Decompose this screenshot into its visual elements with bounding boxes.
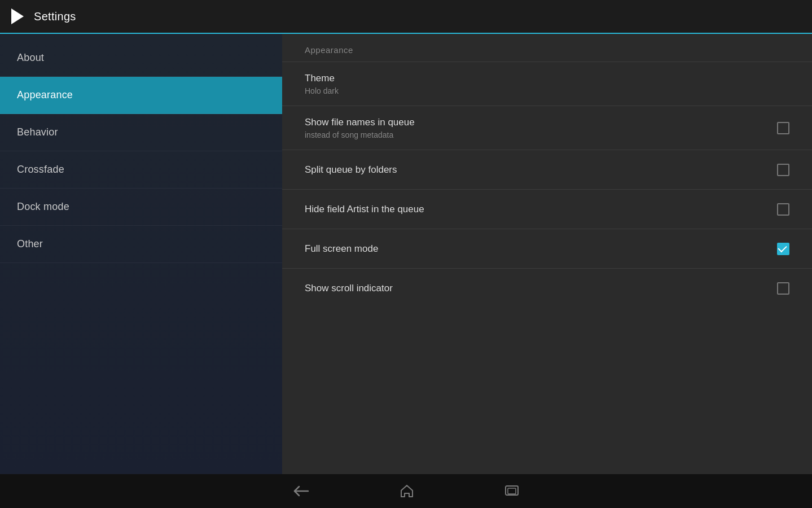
setting-row-show_file_names[interactable]: Show file names in queueinstead of song … <box>282 106 812 150</box>
svg-rect-1 <box>508 488 516 494</box>
setting-row-theme[interactable]: ThemeHolo dark <box>282 62 812 106</box>
checkbox-show_file_names[interactable] <box>777 122 789 134</box>
sidebar-item-crossfade[interactable]: Crossfade <box>0 151 282 189</box>
checkbox-split_queue[interactable] <box>777 164 789 176</box>
checkbox-full_screen[interactable] <box>777 243 789 255</box>
page-title: Settings <box>34 10 76 23</box>
setting-row-hide_artist[interactable]: Hide field Artist in the queue <box>282 189 812 229</box>
setting-row-full_screen[interactable]: Full screen mode <box>282 229 812 268</box>
topbar: Settings <box>0 0 812 34</box>
back-button[interactable] <box>293 485 309 497</box>
setting-row-show_scroll[interactable]: Show scroll indicator <box>282 268 812 308</box>
setting-title-show_file_names: Show file names in queue <box>305 116 777 129</box>
sidebar-item-about[interactable]: About <box>0 40 282 77</box>
setting-title-show_scroll: Show scroll indicator <box>305 282 777 295</box>
sidebar-item-appearance[interactable]: Appearance <box>0 77 282 114</box>
setting-subtitle-theme: Holo dark <box>305 86 789 95</box>
sidebar: AboutAppearanceBehaviorCrossfadeDock mod… <box>0 34 282 474</box>
sidebar-item-other[interactable]: Other <box>0 226 282 263</box>
setting-row-split_queue[interactable]: Split queue by folders <box>282 150 812 189</box>
recents-button[interactable] <box>504 485 519 497</box>
app-logo-icon <box>11 8 24 24</box>
setting-title-theme: Theme <box>305 72 789 85</box>
bottom-navbar <box>0 474 812 508</box>
main-area: AboutAppearanceBehaviorCrossfadeDock mod… <box>0 34 812 474</box>
section-header: Appearance <box>282 34 812 62</box>
content-panel: Appearance ThemeHolo darkShow file names… <box>282 34 812 474</box>
sidebar-item-behavior[interactable]: Behavior <box>0 114 282 151</box>
sidebar-item-dock_mode[interactable]: Dock mode <box>0 189 282 226</box>
home-button[interactable] <box>400 484 414 498</box>
setting-title-full_screen: Full screen mode <box>305 243 777 255</box>
setting-title-split_queue: Split queue by folders <box>305 164 777 176</box>
checkbox-show_scroll[interactable] <box>777 282 789 295</box>
checkbox-hide_artist[interactable] <box>777 203 789 216</box>
setting-subtitle-show_file_names: instead of song metadata <box>305 130 777 139</box>
setting-title-hide_artist: Hide field Artist in the queue <box>305 203 777 216</box>
